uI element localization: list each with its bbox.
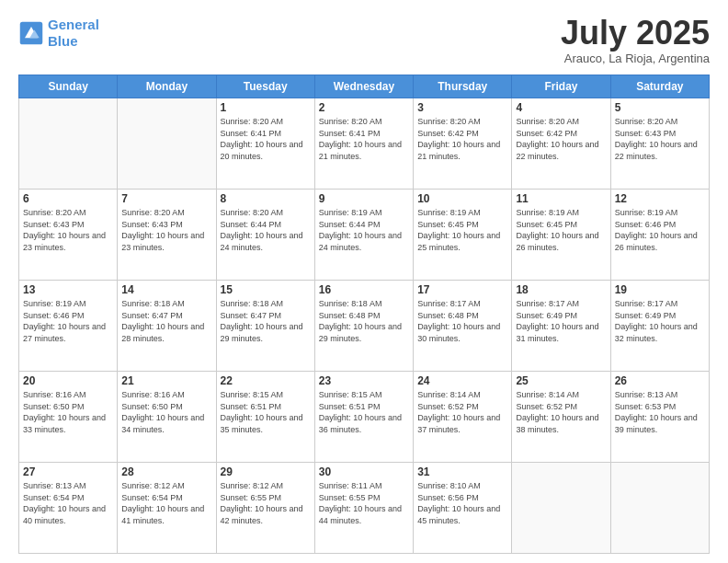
- cell-info: Sunrise: 8:20 AMSunset: 6:41 PMDaylight:…: [221, 116, 311, 162]
- calendar-cell: 30Sunrise: 8:11 AMSunset: 6:55 PMDayligh…: [314, 463, 413, 554]
- calendar-cell: 16Sunrise: 8:18 AMSunset: 6:48 PMDayligh…: [314, 281, 413, 372]
- cell-info: Sunrise: 8:18 AMSunset: 6:47 PMDaylight:…: [121, 298, 211, 344]
- cell-info: Sunrise: 8:17 AMSunset: 6:48 PMDaylight:…: [417, 298, 507, 344]
- calendar-cell: 10Sunrise: 8:19 AMSunset: 6:45 PMDayligh…: [414, 190, 512, 281]
- cell-info: Sunrise: 8:19 AMSunset: 6:45 PMDaylight:…: [516, 207, 606, 253]
- cell-info: Sunrise: 8:20 AMSunset: 6:43 PMDaylight:…: [121, 207, 211, 253]
- calendar-cell: 12Sunrise: 8:19 AMSunset: 6:46 PMDayligh…: [610, 190, 709, 281]
- calendar-cell: 29Sunrise: 8:12 AMSunset: 6:55 PMDayligh…: [216, 463, 314, 554]
- month-title: July 2025: [561, 17, 710, 50]
- cell-info: Sunrise: 8:12 AMSunset: 6:54 PMDaylight:…: [121, 480, 211, 526]
- day-number: 8: [221, 192, 311, 205]
- calendar-cell: 4Sunrise: 8:20 AMSunset: 6:42 PMDaylight…: [512, 98, 610, 190]
- cell-info: Sunrise: 8:12 AMSunset: 6:55 PMDaylight:…: [221, 480, 311, 526]
- week-row-2: 6Sunrise: 8:20 AMSunset: 6:43 PMDaylight…: [19, 190, 710, 281]
- day-number: 29: [221, 465, 311, 478]
- day-number: 18: [516, 283, 606, 296]
- day-number: 14: [121, 283, 211, 296]
- cell-info: Sunrise: 8:20 AMSunset: 6:43 PMDaylight:…: [615, 116, 705, 162]
- calendar-cell: 31Sunrise: 8:10 AMSunset: 6:56 PMDayligh…: [414, 463, 512, 554]
- weekday-header-tuesday: Tuesday: [216, 75, 314, 98]
- day-number: 3: [417, 101, 507, 114]
- cell-info: Sunrise: 8:18 AMSunset: 6:48 PMDaylight:…: [319, 298, 409, 344]
- calendar-cell: 11Sunrise: 8:19 AMSunset: 6:45 PMDayligh…: [512, 190, 610, 281]
- day-number: 20: [23, 374, 113, 387]
- day-number: 15: [221, 283, 311, 296]
- calendar-cell: 19Sunrise: 8:17 AMSunset: 6:49 PMDayligh…: [610, 281, 709, 372]
- day-number: 5: [615, 101, 705, 114]
- calendar-cell: 23Sunrise: 8:15 AMSunset: 6:51 PMDayligh…: [314, 372, 413, 463]
- calendar-cell: 25Sunrise: 8:14 AMSunset: 6:52 PMDayligh…: [512, 372, 610, 463]
- day-number: 9: [319, 192, 409, 205]
- calendar-cell: [610, 463, 709, 554]
- cell-info: Sunrise: 8:13 AMSunset: 6:54 PMDaylight:…: [23, 480, 113, 526]
- day-number: 2: [319, 101, 409, 114]
- calendar-cell: 24Sunrise: 8:14 AMSunset: 6:52 PMDayligh…: [414, 372, 512, 463]
- week-row-1: 1Sunrise: 8:20 AMSunset: 6:41 PMDaylight…: [19, 98, 710, 190]
- day-number: 24: [417, 374, 507, 387]
- calendar-cell: 26Sunrise: 8:13 AMSunset: 6:53 PMDayligh…: [610, 372, 709, 463]
- weekday-header-monday: Monday: [118, 75, 216, 98]
- logo-blue: Blue: [48, 33, 78, 49]
- calendar-cell: 15Sunrise: 8:18 AMSunset: 6:47 PMDayligh…: [216, 281, 314, 372]
- calendar-cell: 20Sunrise: 8:16 AMSunset: 6:50 PMDayligh…: [19, 372, 118, 463]
- cell-info: Sunrise: 8:16 AMSunset: 6:50 PMDaylight:…: [121, 389, 211, 435]
- calendar-cell: 5Sunrise: 8:20 AMSunset: 6:43 PMDaylight…: [610, 98, 709, 190]
- calendar-table: SundayMondayTuesdayWednesdayThursdayFrid…: [18, 75, 710, 554]
- day-number: 21: [121, 374, 211, 387]
- cell-info: Sunrise: 8:14 AMSunset: 6:52 PMDaylight:…: [516, 389, 606, 435]
- calendar-cell: 2Sunrise: 8:20 AMSunset: 6:41 PMDaylight…: [314, 98, 413, 190]
- day-number: 12: [615, 192, 705, 205]
- cell-info: Sunrise: 8:19 AMSunset: 6:46 PMDaylight:…: [615, 207, 705, 253]
- day-number: 23: [319, 374, 409, 387]
- calendar-cell: 3Sunrise: 8:20 AMSunset: 6:42 PMDaylight…: [414, 98, 512, 190]
- calendar-cell: 13Sunrise: 8:19 AMSunset: 6:46 PMDayligh…: [19, 281, 118, 372]
- logo-icon: [18, 20, 44, 46]
- cell-info: Sunrise: 8:19 AMSunset: 6:45 PMDaylight:…: [417, 207, 507, 253]
- cell-info: Sunrise: 8:19 AMSunset: 6:46 PMDaylight:…: [23, 298, 113, 344]
- day-number: 31: [417, 465, 507, 478]
- calendar-cell: 7Sunrise: 8:20 AMSunset: 6:43 PMDaylight…: [118, 190, 216, 281]
- location-subtitle: Arauco, La Rioja, Argentina: [561, 52, 710, 65]
- day-number: 30: [319, 465, 409, 478]
- day-number: 16: [319, 283, 409, 296]
- calendar-cell: 27Sunrise: 8:13 AMSunset: 6:54 PMDayligh…: [19, 463, 118, 554]
- cell-info: Sunrise: 8:16 AMSunset: 6:50 PMDaylight:…: [23, 389, 113, 435]
- day-number: 19: [615, 283, 705, 296]
- day-number: 1: [221, 101, 311, 114]
- cell-info: Sunrise: 8:11 AMSunset: 6:55 PMDaylight:…: [319, 480, 409, 526]
- cell-info: Sunrise: 8:20 AMSunset: 6:41 PMDaylight:…: [319, 116, 409, 162]
- cell-info: Sunrise: 8:20 AMSunset: 6:44 PMDaylight:…: [221, 207, 311, 253]
- weekday-header-friday: Friday: [512, 75, 610, 98]
- calendar-cell: [512, 463, 610, 554]
- cell-info: Sunrise: 8:18 AMSunset: 6:47 PMDaylight:…: [221, 298, 311, 344]
- calendar-cell: 6Sunrise: 8:20 AMSunset: 6:43 PMDaylight…: [19, 190, 118, 281]
- calendar-cell: 8Sunrise: 8:20 AMSunset: 6:44 PMDaylight…: [216, 190, 314, 281]
- weekday-header-saturday: Saturday: [610, 75, 709, 98]
- calendar-cell: 9Sunrise: 8:19 AMSunset: 6:44 PMDaylight…: [314, 190, 413, 281]
- day-number: 22: [221, 374, 311, 387]
- header: General Blue July 2025 Arauco, La Rioja,…: [18, 17, 710, 65]
- cell-info: Sunrise: 8:14 AMSunset: 6:52 PMDaylight:…: [417, 389, 507, 435]
- cell-info: Sunrise: 8:20 AMSunset: 6:43 PMDaylight:…: [23, 207, 113, 253]
- title-block: July 2025 Arauco, La Rioja, Argentina: [561, 17, 710, 65]
- calendar-cell: 1Sunrise: 8:20 AMSunset: 6:41 PMDaylight…: [216, 98, 314, 190]
- weekday-header-wednesday: Wednesday: [314, 75, 413, 98]
- calendar-cell: 28Sunrise: 8:12 AMSunset: 6:54 PMDayligh…: [118, 463, 216, 554]
- cell-info: Sunrise: 8:20 AMSunset: 6:42 PMDaylight:…: [417, 116, 507, 162]
- week-row-5: 27Sunrise: 8:13 AMSunset: 6:54 PMDayligh…: [19, 463, 710, 554]
- day-number: 6: [23, 192, 113, 205]
- day-number: 25: [516, 374, 606, 387]
- calendar-cell: 17Sunrise: 8:17 AMSunset: 6:48 PMDayligh…: [414, 281, 512, 372]
- cell-info: Sunrise: 8:10 AMSunset: 6:56 PMDaylight:…: [417, 480, 507, 526]
- logo-text: General Blue: [48, 17, 99, 50]
- day-number: 13: [23, 283, 113, 296]
- cell-info: Sunrise: 8:17 AMSunset: 6:49 PMDaylight:…: [516, 298, 606, 344]
- logo-general: General: [48, 17, 99, 32]
- calendar-cell: 22Sunrise: 8:15 AMSunset: 6:51 PMDayligh…: [216, 372, 314, 463]
- cell-info: Sunrise: 8:20 AMSunset: 6:42 PMDaylight:…: [516, 116, 606, 162]
- calendar-cell: 14Sunrise: 8:18 AMSunset: 6:47 PMDayligh…: [118, 281, 216, 372]
- calendar-cell: [19, 98, 118, 190]
- calendar-cell: 21Sunrise: 8:16 AMSunset: 6:50 PMDayligh…: [118, 372, 216, 463]
- week-row-4: 20Sunrise: 8:16 AMSunset: 6:50 PMDayligh…: [19, 372, 710, 463]
